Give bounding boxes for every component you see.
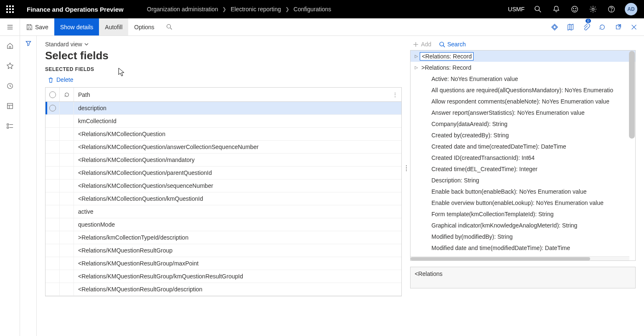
options-button[interactable]: Options <box>128 18 160 35</box>
path-column-header[interactable]: Path ⋮ <box>74 88 401 101</box>
row-select[interactable] <box>46 270 60 283</box>
tree-node[interactable]: Created date and time(createdDateTime): … <box>411 141 635 152</box>
table-row[interactable]: active <box>46 205 401 218</box>
table-row[interactable]: <Relations/KMCollectionQuestion/mandator… <box>46 154 401 167</box>
tree-node[interactable]: ▷<Relations: Record <box>411 51 635 62</box>
search-button[interactable]: Search <box>439 41 466 48</box>
tree-label: Created time(dEL_CreatedTime): Integer <box>430 166 539 172</box>
row-select[interactable] <box>46 115 60 127</box>
table-row[interactable]: <Relations/KMCollectionQuestion/answerCo… <box>46 141 401 154</box>
home-icon[interactable] <box>3 39 17 53</box>
tree-label: Active: NoYes Enumeration value <box>430 76 520 82</box>
row-select[interactable] <box>46 244 60 257</box>
row-select[interactable] <box>46 218 60 231</box>
table-row[interactable]: <Relations/KMQuestionResultGroup/maxPoin… <box>46 257 401 270</box>
table-row[interactable]: <Relations/KMQuestionResultGroup/kmQuest… <box>46 270 401 283</box>
table-row[interactable]: <Relations/KMCollectionQuestion/sequence… <box>46 179 401 192</box>
row-select[interactable] <box>46 192 60 205</box>
autofill-button[interactable]: Autofill <box>99 18 128 35</box>
row-select[interactable] <box>46 128 60 140</box>
table-row[interactable]: kmCollectionId <box>46 115 401 128</box>
column-menu-icon[interactable]: ⋮ <box>392 91 398 98</box>
tree-node[interactable]: Enable overview button(enableLookup): No… <box>411 197 635 208</box>
row-select[interactable] <box>46 179 60 192</box>
star-icon[interactable] <box>3 59 17 73</box>
row-select[interactable] <box>46 257 60 270</box>
close-icon[interactable] <box>627 20 641 34</box>
tree-node[interactable]: Created by(createdBy): String <box>411 129 635 141</box>
table-row[interactable]: <Relations/KMQuestionResultGroup/descrip… <box>46 283 401 296</box>
tree-node[interactable]: Created ID(createdTransactionId): Int64 <box>411 152 635 163</box>
svg-point-20 <box>167 25 170 28</box>
table-row[interactable]: >Relations/kmCollectionTypeId/descriptio… <box>46 231 401 244</box>
breadcrumb-item[interactable]: Organization administration <box>147 6 218 13</box>
table-row[interactable]: <Relations/KMCollectionQuestion <box>46 128 401 141</box>
tree-node[interactable]: Active: NoYes Enumeration value <box>411 73 635 84</box>
map-icon[interactable] <box>564 20 577 34</box>
table-row[interactable]: <Relations/KMCollectionQuestion/parentQu… <box>46 167 401 179</box>
row-select[interactable] <box>46 205 60 218</box>
table-row[interactable]: <Relations/KMCollectionQuestion/kmQuesti… <box>46 192 401 205</box>
tree-scrollbar-v[interactable] <box>629 51 635 139</box>
path-cell: kmCollectionId <box>74 118 401 124</box>
selected-fields-grid: Path ⋮ descriptionkmCollectionId<Relatio… <box>45 87 402 296</box>
add-button[interactable]: Add <box>413 41 431 48</box>
row-select[interactable] <box>46 154 60 166</box>
tree-node[interactable]: Enable back button(enableBack): NoYes En… <box>411 186 635 197</box>
tree-label: Description: String <box>430 177 481 184</box>
fields-tree[interactable]: ▷<Relations: Record▷>Relations: RecordAc… <box>410 50 636 261</box>
breadcrumb-item[interactable]: Electronic reporting <box>231 6 281 13</box>
refresh-column[interactable] <box>60 88 74 101</box>
search-label: Search <box>447 41 466 48</box>
row-select[interactable] <box>46 167 60 179</box>
row-select[interactable] <box>46 231 60 244</box>
popout-icon[interactable] <box>611 20 625 34</box>
table-row[interactable]: description <box>46 102 401 115</box>
search-icon[interactable] <box>530 0 546 18</box>
workspace-icon[interactable] <box>3 99 17 113</box>
nav-toggle[interactable] <box>0 18 20 35</box>
help-icon[interactable] <box>603 0 620 18</box>
filter-icon[interactable] <box>25 40 32 336</box>
smiley-icon[interactable] <box>566 0 583 18</box>
refresh-icon[interactable] <box>596 20 609 34</box>
tree-scrollbar-h[interactable] <box>411 256 629 260</box>
tree-node[interactable]: Allow respondent comments(enableNote): N… <box>411 96 635 107</box>
delete-button[interactable]: Delete <box>45 75 402 87</box>
view-selector[interactable]: Standard view <box>45 40 402 48</box>
expand-icon[interactable]: ▷ <box>413 54 420 58</box>
expand-icon[interactable]: ▷ <box>413 65 420 70</box>
show-details-button[interactable]: Show details <box>54 18 99 35</box>
tree-node[interactable]: All questions are required(allQuestionsM… <box>411 84 635 96</box>
table-row[interactable]: questionMode <box>46 218 401 231</box>
tree-label: <Relations: Record <box>420 52 474 61</box>
tree-node[interactable]: Modified date and time(modifiedDateTime)… <box>411 242 635 253</box>
modules-icon[interactable] <box>3 119 17 133</box>
avatar[interactable]: AD <box>625 3 637 15</box>
attachments-icon[interactable] <box>580 20 593 34</box>
tree-node[interactable]: Created time(dEL_CreatedTime): Integer <box>411 163 635 174</box>
tree-node[interactable]: Form template(kmCollectionTemplateId): S… <box>411 208 635 220</box>
company-selector[interactable]: USMF <box>505 6 528 13</box>
save-button[interactable]: Save <box>20 18 54 35</box>
app-launcher[interactable] <box>0 0 20 18</box>
diamond-icon[interactable] <box>548 20 561 34</box>
tree-node[interactable]: Modified by(modifiedBy): String <box>411 231 635 242</box>
tree-node[interactable]: Company(dataAreaId): String <box>411 118 635 129</box>
actionbar-search[interactable] <box>160 18 178 35</box>
clock-icon[interactable] <box>3 79 17 93</box>
row-select[interactable] <box>46 283 60 296</box>
tree-node[interactable]: Graphical indicator(kmKnowledgeAnalogMet… <box>411 220 635 231</box>
tree-node[interactable]: Description: String <box>411 174 635 186</box>
tree-node[interactable]: ▷>Relations: Record <box>411 62 635 73</box>
breadcrumb-item[interactable]: Configurations <box>294 6 331 13</box>
row-select[interactable] <box>46 102 60 114</box>
table-row[interactable]: <Relations/KMQuestionResultGroup <box>46 244 401 257</box>
gear-icon[interactable] <box>585 0 601 18</box>
select-all[interactable] <box>46 88 60 101</box>
path-cell: <Relations/KMQuestionResultGroup/descrip… <box>74 286 401 293</box>
splitter-handle[interactable] <box>405 165 408 175</box>
row-select[interactable] <box>46 141 60 153</box>
tree-node[interactable]: Answer report(answerStatistics): NoYes E… <box>411 107 635 118</box>
bell-icon[interactable] <box>548 0 565 18</box>
